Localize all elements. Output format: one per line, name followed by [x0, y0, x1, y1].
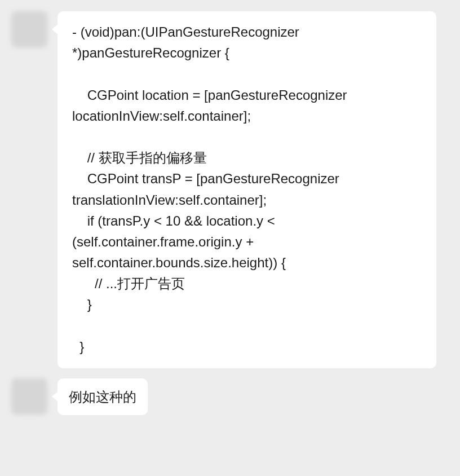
avatar[interactable]: [11, 11, 47, 47]
message-row: - (void)pan:(UIPanGestureRecognizer *)pa…: [11, 11, 449, 368]
message-row: 例如这种的: [11, 378, 449, 415]
bubble-tail-icon: [52, 24, 59, 35]
bubble-tail-icon: [52, 391, 59, 402]
message-bubble-code[interactable]: - (void)pan:(UIPanGestureRecognizer *)pa…: [58, 11, 436, 368]
message-bubble-text[interactable]: 例如这种的: [58, 378, 148, 415]
chat-container: - (void)pan:(UIPanGestureRecognizer *)pa…: [0, 0, 460, 437]
bubble-wrap: 例如这种的: [58, 378, 148, 415]
bubble-wrap: - (void)pan:(UIPanGestureRecognizer *)pa…: [58, 11, 436, 368]
avatar[interactable]: [11, 378, 47, 415]
